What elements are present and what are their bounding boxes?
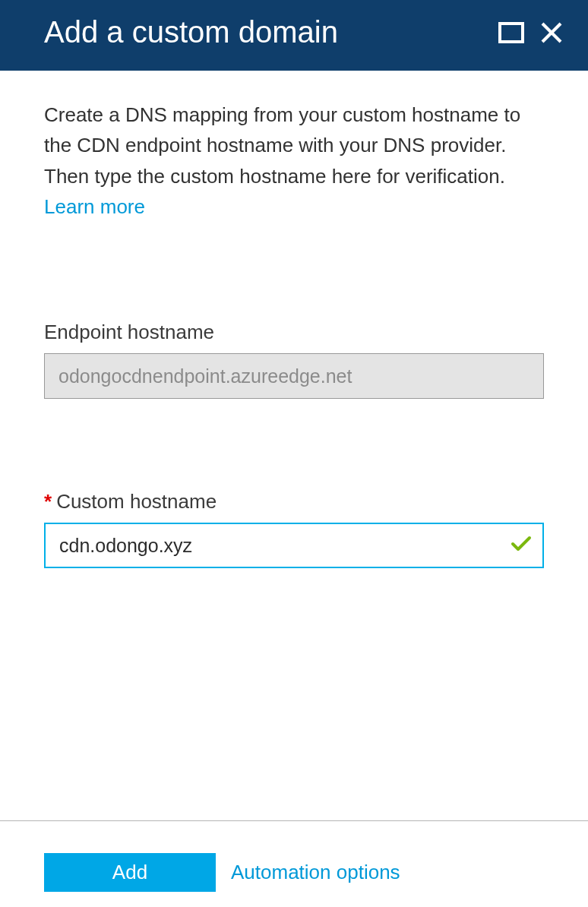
custom-hostname-input[interactable] (44, 523, 544, 568)
panel-footer: Add Automation options (0, 820, 588, 907)
custom-hostname-field: * Custom hostname (44, 490, 544, 568)
required-asterisk: * (44, 490, 52, 514)
endpoint-hostname-input (44, 353, 544, 399)
custom-hostname-input-wrapper (44, 523, 544, 568)
header-actions (498, 21, 564, 45)
panel-header: Add a custom domain (0, 0, 588, 71)
custom-hostname-label-text: Custom hostname (56, 490, 217, 514)
custom-hostname-label: * Custom hostname (44, 490, 544, 514)
automation-options-link[interactable]: Automation options (231, 861, 400, 884)
endpoint-hostname-label: Endpoint hostname (44, 321, 544, 344)
add-button[interactable]: Add (44, 853, 216, 892)
checkmark-icon (511, 536, 532, 555)
description-text: Create a DNS mapping from your custom ho… (44, 100, 544, 222)
close-icon[interactable] (539, 21, 564, 45)
panel-title: Add a custom domain (44, 15, 498, 49)
maximize-icon[interactable] (498, 22, 524, 43)
description-body: Create a DNS mapping from your custom ho… (44, 103, 520, 188)
svg-rect-0 (500, 24, 523, 42)
endpoint-hostname-field: Endpoint hostname (44, 321, 544, 399)
learn-more-link[interactable]: Learn more (44, 195, 145, 218)
panel-content: Create a DNS mapping from your custom ho… (0, 71, 588, 820)
